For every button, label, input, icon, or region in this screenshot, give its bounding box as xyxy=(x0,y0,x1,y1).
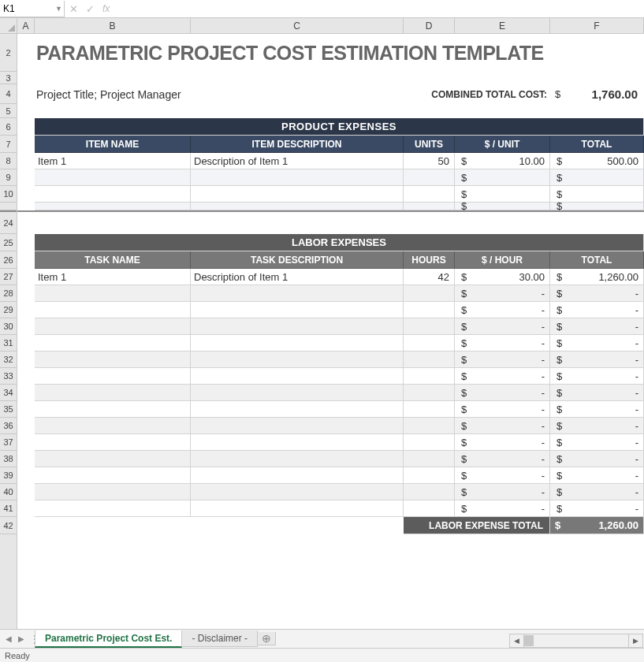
dropdown-icon[interactable]: ▼ xyxy=(55,5,62,13)
total-cell[interactable]: $500.00 xyxy=(550,153,644,169)
project-subtitle[interactable]: Project Title; Project Manager xyxy=(35,84,404,104)
row-header[interactable]: 27 xyxy=(0,269,17,285)
cell[interactable] xyxy=(17,269,35,285)
labor-total-cell[interactable]: $- xyxy=(550,401,644,418)
cell[interactable] xyxy=(17,484,35,500)
rate-cell[interactable]: $- xyxy=(455,335,550,351)
hours-cell[interactable] xyxy=(404,434,455,451)
enter-icon[interactable]: ✓ xyxy=(86,3,95,15)
cell[interactable] xyxy=(17,104,35,118)
task-desc-cell[interactable] xyxy=(191,335,404,351)
hours-cell[interactable] xyxy=(404,500,455,517)
labor-total-cell[interactable]: $1,260.00 xyxy=(550,269,644,285)
rate-cell[interactable]: $- xyxy=(455,368,550,385)
labor-total-cell[interactable]: $- xyxy=(550,467,644,484)
task-name-cell[interactable] xyxy=(35,318,191,335)
rate-cell[interactable]: $- xyxy=(455,401,550,418)
row-header[interactable]: 2 xyxy=(0,34,17,72)
rate-cell[interactable]: $- xyxy=(455,285,550,302)
row-header[interactable]: 7 xyxy=(0,136,17,153)
hours-cell[interactable] xyxy=(404,285,455,302)
row-header[interactable]: 9 xyxy=(0,169,17,186)
scroll-left-icon[interactable]: ◀ xyxy=(510,634,524,647)
task-desc-cell[interactable] xyxy=(191,285,404,302)
cell[interactable] xyxy=(17,203,35,210)
task-desc-cell[interactable] xyxy=(191,368,404,385)
cell[interactable]: $ xyxy=(455,203,550,210)
labor-total-cell[interactable]: $- xyxy=(550,434,644,451)
labor-total-cell[interactable]: $- xyxy=(550,351,644,368)
task-desc-cell[interactable] xyxy=(191,302,404,318)
total-cell[interactable]: $ xyxy=(550,169,644,186)
col-header-F[interactable]: F xyxy=(550,18,644,33)
name-box[interactable]: K1 ▼ xyxy=(0,1,65,17)
task-desc-cell[interactable] xyxy=(191,401,404,418)
col-total[interactable]: TOTAL xyxy=(550,136,644,153)
task-name-cell[interactable] xyxy=(35,368,191,385)
cell[interactable] xyxy=(35,72,644,84)
cell[interactable] xyxy=(17,84,35,104)
task-name-cell[interactable] xyxy=(35,351,191,368)
rate-cell[interactable]: $- xyxy=(455,302,550,318)
rate-cell[interactable]: $- xyxy=(455,451,550,467)
col-unit-price[interactable]: $ / UNIT xyxy=(455,136,550,153)
item-desc-cell[interactable]: Description of Item 1 xyxy=(191,153,404,169)
row-header[interactable]: 42 xyxy=(0,517,17,534)
task-name-cell[interactable] xyxy=(35,418,191,434)
hours-cell[interactable] xyxy=(404,401,455,418)
labor-total-cell[interactable]: $- xyxy=(550,302,644,318)
tab-disclaimer[interactable]: - Disclaimer - xyxy=(181,630,258,647)
cell[interactable] xyxy=(17,153,35,169)
item-name-cell[interactable] xyxy=(35,169,191,186)
cell[interactable]: $ xyxy=(550,203,644,210)
hours-cell[interactable] xyxy=(404,335,455,351)
units-cell[interactable] xyxy=(404,186,455,203)
task-name-cell[interactable] xyxy=(35,434,191,451)
scroll-right-icon[interactable]: ▶ xyxy=(628,634,642,647)
cell[interactable] xyxy=(17,34,35,72)
rate-cell[interactable]: $- xyxy=(455,318,550,335)
task-desc-cell[interactable] xyxy=(191,318,404,335)
cell[interactable] xyxy=(35,212,644,234)
rate-cell[interactable]: $- xyxy=(455,467,550,484)
col-header-B[interactable]: B xyxy=(35,18,191,33)
col-header-A[interactable]: A xyxy=(17,18,35,33)
row-header[interactable]: 10 xyxy=(0,186,17,203)
row-header[interactable]: 4 xyxy=(0,84,17,104)
row-header[interactable]: 34 xyxy=(0,385,17,401)
tab-next-icon[interactable]: ▶ xyxy=(16,632,27,646)
labor-section-header[interactable]: LABOR EXPENSES xyxy=(35,234,644,251)
row-header[interactable]: 8 xyxy=(0,153,17,169)
hours-cell[interactable] xyxy=(404,484,455,500)
row-header[interactable]: 40 xyxy=(0,484,17,500)
task-name-cell[interactable] xyxy=(35,401,191,418)
row-header[interactable]: 36 xyxy=(0,418,17,434)
cell[interactable] xyxy=(17,186,35,203)
task-desc-cell[interactable] xyxy=(191,500,404,517)
row-header[interactable]: 26 xyxy=(0,251,17,269)
units-cell[interactable]: 50 xyxy=(404,153,455,169)
row-header[interactable]: 41 xyxy=(0,500,17,517)
task-name-cell[interactable] xyxy=(35,335,191,351)
cell[interactable] xyxy=(17,234,35,251)
page-title[interactable]: PARAMETRIC PROJECT COST ESTIMATION TEMPL… xyxy=(35,34,644,72)
cell[interactable] xyxy=(17,251,35,269)
hours-cell[interactable] xyxy=(404,302,455,318)
unit-price-cell[interactable]: $10.00 xyxy=(455,153,550,169)
hours-cell[interactable]: 42 xyxy=(404,269,455,285)
cell[interactable] xyxy=(17,136,35,153)
cell[interactable] xyxy=(35,104,644,118)
row-header[interactable]: 32 xyxy=(0,351,17,368)
row-header[interactable]: 38 xyxy=(0,451,17,467)
labor-total-cell[interactable]: $- xyxy=(550,418,644,434)
row-header[interactable] xyxy=(0,203,17,210)
cell[interactable] xyxy=(17,118,35,136)
select-all-button[interactable] xyxy=(0,18,17,33)
scroll-thumb[interactable] xyxy=(524,635,534,646)
task-desc-cell[interactable] xyxy=(191,385,404,401)
cell[interactable] xyxy=(17,385,35,401)
labor-total-cell[interactable]: $- xyxy=(550,318,644,335)
cell[interactable] xyxy=(17,500,35,517)
product-section-header[interactable]: PRODUCT EXPENSES xyxy=(35,118,644,136)
cancel-icon[interactable]: ✕ xyxy=(69,3,78,15)
